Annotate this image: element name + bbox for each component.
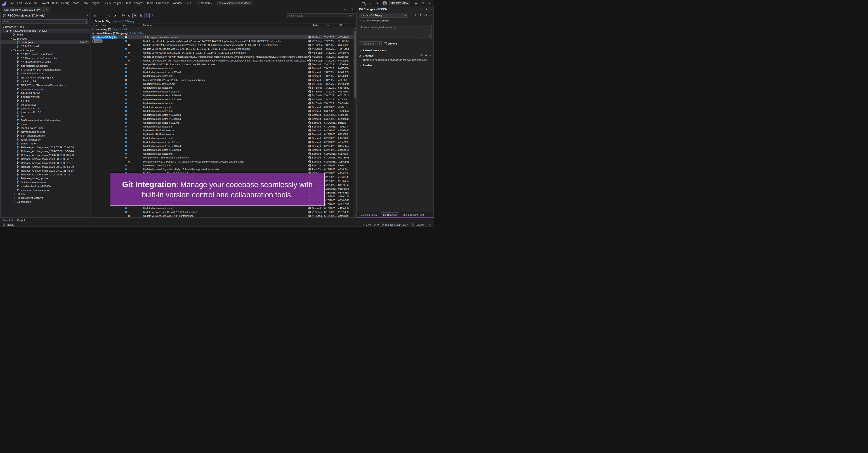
- commit-row-497e7d31[interactable]: Updated vs2017-relnotes.mdBernard6/30/20…: [91, 129, 354, 132]
- maximize-button[interactable]: □: [419, 1, 426, 6]
- graph-arrange-icon[interactable]: [127, 13, 132, 18]
- tree-item-17-9gamultiprojectconfig[interactable]: 17.9GAMultiProjectConfig: [1, 60, 90, 64]
- tree-item-solutionclose-nayana[interactable]: Solutionclose-Nayana: [1, 180, 90, 184]
- tree-item-perf-enahancemens[interactable]: perf_enahancemens: [1, 134, 90, 138]
- sync-icon[interactable]: [424, 13, 427, 17]
- expander-icon[interactable]: ▷: [13, 201, 16, 203]
- commit-message-box[interactable]: Enter a message <Required>: [359, 25, 432, 39]
- commit-row-508ca1ff[interactable]: Updated release-notes.mdBernard6/27/2025…: [91, 152, 354, 156]
- commit-row-60110714[interactable]: Updated release-notes-v17.10.mdBri Broth…: [91, 94, 354, 97]
- tree-item-release-archive-main-2024-08-02-23-42-16[interactable]: Release_Archive_main_2024-08-02-23-42-16: [1, 169, 90, 173]
- status-sync-counts[interactable]: 0 / 0: [363, 223, 371, 226]
- branch-selector[interactable]: releases/17.14-july ▼: [359, 13, 408, 18]
- commit-row-fd09a1d1[interactable]: Updated vs-servicing.mdPaul Ch.6/24/2025…: [91, 163, 354, 167]
- status-current-branch[interactable]: releases/17.14-july ˄: [382, 223, 408, 226]
- list-view-icon[interactable]: ≡: [98, 13, 103, 18]
- tree-item-remotes-origin[interactable]: ◢remotes/origin: [1, 49, 90, 52]
- more-actions-icon[interactable]: ⋯: [429, 13, 432, 17]
- commit-row-3fd554c9[interactable]: Update latestInstaller.json with Install…: [91, 43, 354, 47]
- commit-row-a3fcc685[interactable]: Merged PR 648542: July Patch Tuesday Rel…: [91, 78, 354, 82]
- tab-output[interactable]: Output: [17, 219, 25, 221]
- show-local-branches-toggle[interactable]: [132, 13, 138, 18]
- revert-icon[interactable]: ⟳: [112, 13, 118, 18]
- tree-item-vsmac-archive-toc-update[interactable]: vsmac-archive-toc-update: [1, 188, 90, 192]
- commit-row-7fe0de24[interactable]: Updated release-notes.mdBri Broth7/8/202…: [91, 101, 354, 105]
- tree-item-live[interactable]: live: [1, 114, 90, 118]
- hide-merges-icon[interactable]: [150, 13, 156, 18]
- tree-item-jm-build-fixes[interactable]: jm-build-fixes: [1, 102, 90, 107]
- compare-branch-icon[interactable]: [121, 13, 126, 18]
- fetch-icon[interactable]: [409, 13, 412, 17]
- menu-debug[interactable]: Debug: [60, 1, 71, 5]
- tree-item-17-13-removedfontpreservation[interactable]: 17.13-removedFontPreservation: [1, 56, 90, 60]
- branch-filter-input[interactable]: [2, 20, 88, 24]
- tree-item-main[interactable]: main: [1, 33, 90, 37]
- menu-file[interactable]: File: [8, 1, 16, 5]
- tree-item-h2-id-fix[interactable]: h2-id-fix: [1, 99, 90, 102]
- close-pane-icon[interactable]: ×: [430, 8, 432, 11]
- commit-row-b70dfdaf[interactable]: Updated release-notes.mdBernard7/8/2025.…: [91, 74, 354, 78]
- branch-badge-releases-17.14-july[interactable]: releases/17.14-july: [92, 35, 118, 39]
- tree-item-release-archive-main-2024-08-01-03-32-41[interactable]: Release_Archive_main_2024-08-01-03-32-41: [1, 157, 90, 161]
- tree-item-release-archive-main-2024-08-01-05-12-01[interactable]: Release_Archive_main_2024-08-01-05-12-01: [1, 161, 90, 165]
- expander-icon[interactable]: ◢: [10, 49, 12, 51]
- filter-dropdown-icon[interactable]: ▾: [353, 14, 354, 16]
- tab-git-changes[interactable]: Git Changes: [381, 212, 399, 217]
- menu-window[interactable]: Window: [171, 1, 184, 5]
- menu-project[interactable]: Project: [39, 1, 51, 5]
- commit-row-6772dbaa[interactable]: Update channels.json with https://aka.ms…: [91, 59, 354, 62]
- menu-help[interactable]: Help: [184, 1, 193, 5]
- push-link[interactable]: Push: [130, 32, 135, 35]
- collapse-pane-button[interactable]: ‹: [87, 14, 88, 17]
- tree-item-release-archive-main-2024-08-01-05-51-00[interactable]: Release_Archive_main_2024-08-01-05-51-00: [1, 165, 90, 169]
- commit-row-dac33553[interactable]: Merged PR 647899: Refresh build historyB…: [91, 156, 354, 159]
- tab-git-repository[interactable]: Git Repository ...ses/17.14-july) ×: [2, 7, 50, 12]
- chevron-icon[interactable]: ▸: [93, 20, 94, 22]
- minimize-button[interactable]: –: [412, 1, 419, 6]
- commit-row-dc73cd1b[interactable]: Updated vs-servicing.mdBernard6/30/2025.…: [91, 105, 354, 109]
- commit-row-5487ab39[interactable]: Updated release-notes.mdBri Broth7/8/202…: [91, 86, 354, 90]
- view-all-commits-link[interactable]: View all commits: [370, 19, 389, 22]
- tab-error-list[interactable]: Error List: [2, 219, 13, 221]
- commit-row-e2efeec6[interactable]: Updated release-notes-v17.12.mdBernard6/…: [91, 113, 354, 117]
- tree-item-c7049de5-on-perf-enahancemens[interactable]: c7049de5-on-perf_enahancemens: [1, 68, 90, 72]
- tree-item-cpp-dynamic-debugging-link[interactable]: cpp-dynamic-debugging-link: [1, 76, 90, 79]
- status-current-repo[interactable]: RECON ˄: [411, 223, 426, 226]
- menu-team[interactable]: Team: [71, 1, 81, 5]
- user-avatar[interactable]: [382, 1, 387, 5]
- tree-item-release-archive-main-2024-08-28-21-13-41[interactable]: Release_Archive_main_2024-08-28-21-13-41: [1, 173, 90, 177]
- tree-item-dynamicdebugging[interactable]: dynamicdebugging: [1, 87, 90, 91]
- tree-item-jpreconpr-11-13-2[interactable]: jpreconpr-11-13-2: [1, 111, 90, 114]
- tree-item-recon-releases-17-14-july[interactable]: ◢RECON (releases/17.14-july): [1, 29, 90, 33]
- commit-row-8219085c[interactable]: Updated vs2017-relnotes.mdBernard6/27/20…: [91, 132, 354, 136]
- copilot-generate-message-icon[interactable]: [422, 35, 425, 38]
- changes-section[interactable]: ◢Changes + ⋯: [357, 53, 434, 58]
- tree-item-jpreconpr-11-13[interactable]: jpreconpr-11-13: [1, 107, 90, 110]
- menu-extensions[interactable]: Extensions: [155, 1, 171, 5]
- copilot-chevron-button[interactable]: ⌄: [368, 1, 373, 6]
- tree-item-17-14-july[interactable]: 17.14-july⇅ 0 / 0: [1, 40, 90, 44]
- commit-dropdown-icon[interactable]: ▼: [377, 41, 381, 46]
- tree-item-userfeedback-uuf-203604[interactable]: userfeedback-uuf-203604: [1, 184, 90, 188]
- tree-item-17-11p1-delete-cpp-feature[interactable]: 17.11P1_delete_cpp_feature: [1, 52, 90, 56]
- commit-row-3bfc1b4f[interactable]: Update versions.json with 17.14.6 inform…: [91, 214, 354, 217]
- tab-solution-explorer[interactable]: Solution Explorer: [357, 212, 381, 217]
- branch-tag-value[interactable]: releases/17.14-july: [113, 20, 134, 23]
- tree-item-refresh-date[interactable]: refresh_date: [1, 142, 90, 145]
- close-button[interactable]: ✕: [426, 1, 433, 6]
- tree-item-release-notes-updated[interactable]: Release_notes_updated: [1, 177, 90, 180]
- repo-pill[interactable]: visualstudio-release-docs: [217, 1, 253, 5]
- close-tab-icon[interactable]: ×: [46, 8, 48, 11]
- commit-row-a8ca8f58[interactable]: Updated release-notes-v17.8.mdBernard6/2…: [91, 140, 354, 144]
- expander-icon[interactable]: ▷: [13, 197, 16, 199]
- tree-item-nayanasolutionclose[interactable]: NayanaSolutionclose: [1, 130, 90, 134]
- commit-row-f4d95868[interactable]: Updated release-notes.mdBernard7/8/2025.…: [91, 66, 354, 70]
- column-header-author[interactable]: Author: [313, 24, 320, 26]
- changes-more-icon[interactable]: ⋯: [429, 54, 432, 57]
- commit-row-1e80dbd3[interactable]: Merged PR 646171: Publish 17.14 updates …: [91, 159, 354, 163]
- tree-item-draftdev18removals-deprecations[interactable]: DRAFTDev18Removals+Deprecations: [1, 83, 90, 87]
- sync-link[interactable]: Sync: [139, 32, 145, 35]
- commit-row-9cd86cb6[interactable]: mainUpdate latestInstaller.json file wit…: [91, 39, 354, 43]
- column-header-id[interactable]: ID: [340, 24, 342, 26]
- expander-icon[interactable]: ▷: [13, 193, 16, 195]
